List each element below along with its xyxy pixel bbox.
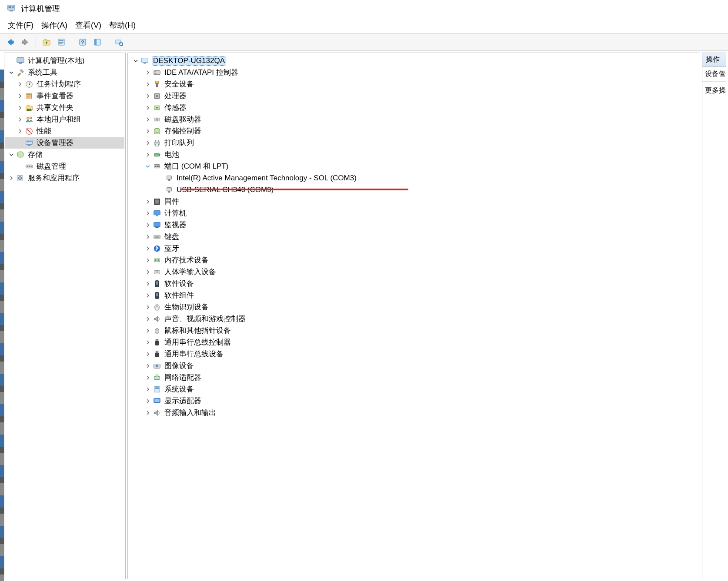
chevron-right-icon[interactable] xyxy=(144,150,152,159)
chevron-right-icon[interactable] xyxy=(144,197,152,206)
device-node-audio_io[interactable]: 音频输入和输出 xyxy=(129,407,699,418)
device-node-processors[interactable]: 处理器 xyxy=(129,90,699,102)
node-disk-management[interactable]: 磁盘管理 xyxy=(5,160,124,172)
chevron-right-icon[interactable] xyxy=(144,139,152,147)
chevron-right-icon[interactable] xyxy=(144,268,152,276)
expand-icon xyxy=(7,56,16,65)
chevron-right-icon[interactable] xyxy=(144,397,152,405)
chevron-down-icon[interactable] xyxy=(131,56,140,65)
svg-rect-38 xyxy=(29,166,30,167)
chevron-right-icon[interactable] xyxy=(16,115,24,124)
node-performance[interactable]: 性能 xyxy=(5,125,124,137)
device-node-software_devices[interactable]: 软件设备 xyxy=(129,278,699,289)
device-node-network[interactable]: 网络适配器 xyxy=(129,372,699,383)
chevron-right-icon[interactable] xyxy=(144,68,152,77)
device-node-mice[interactable]: 鼠标和其他指针设备 xyxy=(129,325,699,336)
chevron-right-icon[interactable] xyxy=(144,408,152,417)
device-node-sensors[interactable]: 传感器 xyxy=(129,102,699,113)
svg-rect-17 xyxy=(19,63,22,63)
chevron-right-icon[interactable] xyxy=(144,127,152,136)
device-node-disk_drives[interactable]: 磁盘驱动器 xyxy=(129,113,699,125)
up-folder-button[interactable] xyxy=(40,36,53,48)
back-button[interactable] xyxy=(4,36,17,48)
chevron-right-icon[interactable] xyxy=(144,244,152,253)
hid-icon xyxy=(152,267,162,277)
menu-file[interactable]: 文件(F) xyxy=(8,20,33,30)
device-node-sound[interactable]: 声音、视频和游戏控制器 xyxy=(129,313,699,325)
properties-button[interactable] xyxy=(55,36,67,48)
node-computer-management[interactable]: 计算机管理(本地) xyxy=(5,55,124,66)
console-tree[interactable]: 计算机管理(本地) 系统工具 任务计划程序 xyxy=(4,53,125,186)
device-node-monitors[interactable]: 监视器 xyxy=(129,219,699,231)
chevron-right-icon[interactable] xyxy=(144,209,152,218)
device-node-imaging[interactable]: 图像设备 xyxy=(129,360,699,372)
chevron-down-icon[interactable] xyxy=(144,162,152,171)
chevron-right-icon[interactable] xyxy=(144,115,152,124)
device-node-computers[interactable]: 计算机 xyxy=(129,207,699,219)
chevron-right-icon[interactable] xyxy=(144,303,152,312)
device-node-usb_controllers[interactable]: 通用串行总线控制器 xyxy=(129,336,699,348)
chevron-right-icon[interactable] xyxy=(144,373,152,382)
device-node-firmware[interactable]: 固件 xyxy=(129,196,699,207)
node-shared-folders[interactable]: 共享文件夹 xyxy=(5,102,124,113)
device-node-memory_tech[interactable]: 内存技术设备 xyxy=(129,254,699,266)
node-system-tools[interactable]: 系统工具 xyxy=(5,66,124,78)
svg-rect-44 xyxy=(144,63,146,63)
help-button[interactable]: ? xyxy=(77,36,89,48)
keyboards-icon xyxy=(152,232,162,242)
chevron-right-icon[interactable] xyxy=(7,174,16,183)
chevron-right-icon[interactable] xyxy=(16,127,24,136)
node-storage[interactable]: 存储 xyxy=(5,149,124,160)
device-node-display[interactable]: 显示适配器 xyxy=(129,395,699,407)
menu-help[interactable]: 帮助(H) xyxy=(109,20,136,30)
chevron-right-icon[interactable] xyxy=(16,103,24,112)
device-node-port_sol[interactable]: Intel(R) Active Management Technology - … xyxy=(129,172,699,184)
svg-text:?: ? xyxy=(81,40,84,46)
device-node-keyboards[interactable]: 键盘 xyxy=(129,231,699,242)
node-services-apps[interactable]: 服务和应用程序 xyxy=(5,172,124,184)
chevron-right-icon[interactable] xyxy=(144,362,152,370)
device-node-bluetooth[interactable]: 蓝牙 xyxy=(129,242,699,254)
chevron-right-icon[interactable] xyxy=(144,291,152,300)
chevron-right-icon[interactable] xyxy=(144,92,152,100)
node-local-users[interactable]: 本地用户和组 xyxy=(5,113,124,125)
chevron-right-icon[interactable] xyxy=(144,279,152,288)
device-node-biometric[interactable]: 生物识别设备 xyxy=(129,301,699,313)
device-node-print_queues[interactable]: 打印队列 xyxy=(129,137,699,149)
device-node-software_components[interactable]: 软件组件 xyxy=(129,289,699,301)
chevron-right-icon[interactable] xyxy=(144,315,152,323)
chevron-right-icon[interactable] xyxy=(144,103,152,112)
chevron-right-icon[interactable] xyxy=(144,326,152,335)
chevron-right-icon[interactable] xyxy=(144,338,152,347)
device-node-usb_devices[interactable]: 通用串行总线设备 xyxy=(129,348,699,360)
node-device-manager[interactable]: 设备管理器 xyxy=(5,137,124,149)
actions-more[interactable]: 更多操作 xyxy=(702,82,726,100)
node-task-scheduler[interactable]: 任务计划程序 xyxy=(5,78,124,90)
node-event-viewer[interactable]: 事件查看器 xyxy=(5,90,124,102)
chevron-right-icon[interactable] xyxy=(144,221,152,229)
security_devices-icon xyxy=(152,80,162,89)
device-node-system_devices[interactable]: 系统设备 xyxy=(129,383,699,395)
chevron-down-icon[interactable] xyxy=(7,68,16,77)
device-node-ports[interactable]: 端口 (COM 和 LPT) xyxy=(129,160,699,172)
menu-view[interactable]: 查看(V) xyxy=(75,20,101,30)
device-tree[interactable]: DESKTOP-UG132QA IDE ATA/ATAPI 控制器安全设备处理器… xyxy=(128,53,700,420)
device-node-ide[interactable]: IDE ATA/ATAPI 控制器 xyxy=(129,66,699,78)
forward-button[interactable] xyxy=(19,36,31,48)
device-node-security_devices[interactable]: 安全设备 xyxy=(129,78,699,90)
show-hide-tree-button[interactable] xyxy=(91,36,104,48)
device-root[interactable]: DESKTOP-UG132QA xyxy=(129,55,699,66)
device-node-hid[interactable]: 人体学输入设备 xyxy=(129,266,699,278)
chevron-right-icon[interactable] xyxy=(16,92,24,100)
chevron-right-icon[interactable] xyxy=(144,80,152,89)
device-node-storage_controllers[interactable]: 存储控制器 xyxy=(129,125,699,137)
scan-hardware-button[interactable] xyxy=(113,36,125,48)
device-node-batteries[interactable]: 电池 xyxy=(129,149,699,160)
chevron-right-icon[interactable] xyxy=(144,385,152,394)
menu-action[interactable]: 操作(A) xyxy=(41,20,67,30)
chevron-right-icon[interactable] xyxy=(144,350,152,359)
chevron-right-icon[interactable] xyxy=(16,80,24,89)
chevron-right-icon[interactable] xyxy=(144,232,152,241)
chevron-down-icon[interactable] xyxy=(7,150,16,159)
chevron-right-icon[interactable] xyxy=(144,256,152,265)
